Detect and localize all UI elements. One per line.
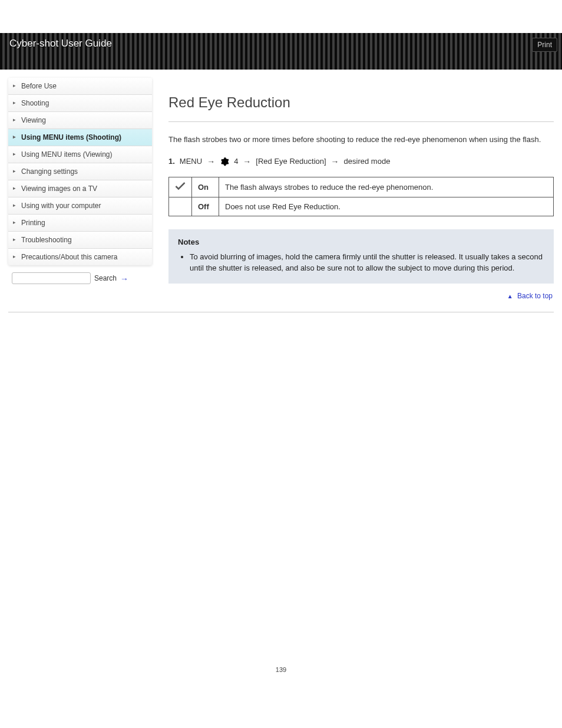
sidebar-item[interactable]: Troubleshooting [8,232,152,249]
sidebar-item[interactable]: Using MENU items (Viewing) [8,146,152,163]
sidebar-item[interactable]: Viewing [8,112,152,129]
back-to-top-link[interactable]: Back to top [517,292,553,300]
sidebar-item[interactable]: Changing settings [8,163,152,180]
notes-heading: Notes [178,238,544,246]
sidebar-item[interactable]: Shooting [8,95,152,112]
arrow-icon: → [243,157,251,166]
option-name: On [192,177,219,197]
option-desc: The flash always strobes to reduce the r… [219,177,554,197]
note-item: To avoid blurring of images, hold the ca… [190,251,544,274]
arrow-icon: → [331,157,339,166]
banner-title: Cyber-shot User Guide [9,38,112,50]
sidebar-item[interactable]: Precautions/About this camera [8,249,152,265]
sidebar: Before UseShootingViewingUsing MENU item… [8,78,152,265]
options-table: OnThe flash always strobes to reduce the… [168,177,554,216]
step-number: 1. [168,157,175,166]
print-button[interactable]: Print [532,38,557,52]
table-row: OnThe flash always strobes to reduce the… [169,177,554,197]
sidebar-item[interactable]: Printing [8,215,152,232]
check-icon [175,183,186,192]
check-cell [169,177,192,197]
triangle-up-icon: ▲ [507,293,513,299]
divider [8,312,554,312]
step-menu: MENU [180,157,202,166]
option-desc: Does not use Red Eye Reduction. [219,197,554,216]
sidebar-item[interactable]: Before Use [8,78,152,95]
step-item: [Red Eye Reduction] [256,157,326,166]
table-row: OffDoes not use Red Eye Reduction. [169,197,554,216]
sidebar-item[interactable]: Viewing images on a TV [8,180,152,197]
arrow-right-icon[interactable]: → [120,274,128,284]
back-to-top[interactable]: ▲ Back to top [168,292,554,300]
page-number: 139 [0,666,562,673]
gear-icon [220,157,229,166]
step-page: 4 [234,157,238,166]
step-1: 1. MENU → 4 → [Red Eye Reduction] → desi… [168,157,554,166]
step-mode: desired mode [344,157,391,166]
notes-box: Notes To avoid blurring of images, hold … [168,229,554,284]
search-input[interactable] [12,272,91,284]
search-row: Search → [8,265,152,286]
divider [168,121,554,122]
option-name: Off [192,197,219,216]
notes-list: To avoid blurring of images, hold the ca… [178,251,544,274]
search-label: Search [94,274,117,282]
banner: Cyber-shot User Guide Print [0,33,562,70]
arrow-icon: → [207,157,215,166]
main-content: Red Eye Reduction The flash strobes two … [168,78,554,300]
sidebar-item[interactable]: Using MENU items (Shooting) [8,129,152,146]
intro-text: The flash strobes two or more times befo… [168,134,554,146]
page-title: Red Eye Reduction [168,94,554,111]
sidebar-item[interactable]: Using with your computer [8,197,152,215]
check-cell [169,197,192,216]
